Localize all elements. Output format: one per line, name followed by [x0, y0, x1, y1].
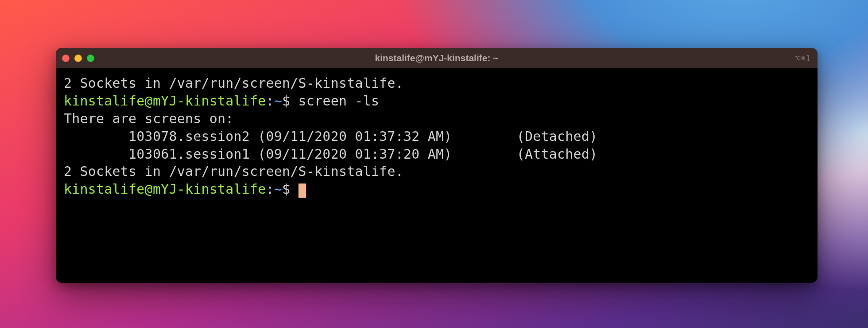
terminal-window: kinstalife@mYJ-kinstalife: ~ ⌥⌘1 2 Socke… [56, 48, 818, 283]
terminal-output-line: 2 Sockets in /var/run/screen/S-kinstalif… [64, 163, 810, 180]
terminal-output-line: There are screens on: [64, 110, 810, 128]
terminal-output-line: 103061.session1 (09/11/2020 01:37:20 AM)… [64, 145, 810, 163]
terminal-output-line: 103078.session2 (09/11/2020 01:37:32 AM)… [64, 128, 810, 145]
prompt-path: ~ [274, 93, 282, 109]
prompt-separator: : [266, 93, 274, 109]
close-button[interactable] [62, 55, 70, 62]
prompt-userhost: kinstalife@mYJ-kinstalife [64, 181, 266, 197]
window-shortcut-indicator: ⌥⌘1 [795, 53, 811, 63]
prompt-path: ~ [274, 181, 282, 197]
minimize-button[interactable] [74, 55, 82, 62]
terminal-prompt-line: kinstalife@mYJ-kinstalife:~$ screen -ls [64, 92, 810, 110]
terminal-cursor [298, 184, 306, 198]
terminal-command: screen -ls [298, 93, 380, 109]
terminal-prompt-line: kinstalife@mYJ-kinstalife:~$ [64, 180, 810, 198]
window-titlebar[interactable]: kinstalife@mYJ-kinstalife: ~ ⌥⌘1 [56, 48, 818, 68]
terminal-output-line: 2 Sockets in /var/run/screen/S-kinstalif… [64, 74, 810, 92]
maximize-button[interactable] [87, 55, 94, 62]
prompt-userhost: kinstalife@mYJ-kinstalife [64, 93, 266, 109]
terminal-body[interactable]: 2 Sockets in /var/run/screen/S-kinstalif… [56, 68, 818, 206]
prompt-dollar: $ [282, 93, 290, 109]
prompt-separator: : [266, 181, 274, 197]
window-title: kinstalife@mYJ-kinstalife: ~ [56, 53, 818, 63]
prompt-dollar: $ [282, 181, 290, 197]
traffic-lights [62, 55, 94, 62]
